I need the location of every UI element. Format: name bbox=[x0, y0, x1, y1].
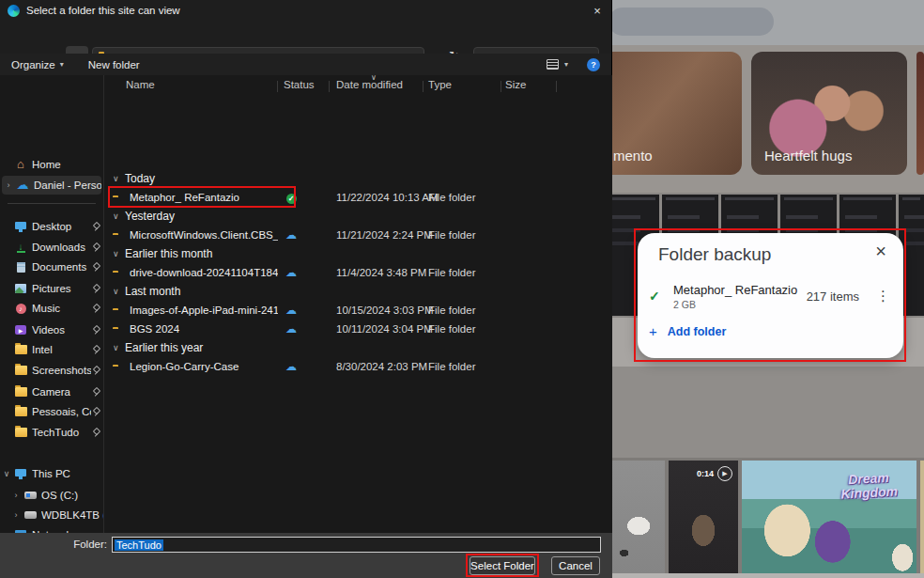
folder-name-input[interactable]: TechTudo bbox=[112, 537, 601, 553]
file-type: File folder bbox=[428, 361, 476, 372]
file-row-images-of-apple-ipad[interactable]: Images-of-Apple-iPad-mini-241015 ☁ 10/15… bbox=[103, 301, 612, 320]
sidebar-item-pessoais[interactable]: Pessoais, Conta: bbox=[0, 402, 103, 421]
folder-field-label: Folder: bbox=[73, 539, 107, 550]
group-label: Earlier this month bbox=[125, 247, 212, 260]
file-type: File folder bbox=[428, 192, 476, 203]
new-folder-button[interactable]: New folder bbox=[88, 59, 140, 70]
group-header-today[interactable]: ∨ Today bbox=[103, 169, 612, 188]
photos-page-bottom-strip bbox=[601, 573, 924, 578]
select-folder-dialog: Select a folder this site can view × ← →… bbox=[0, 0, 612, 578]
column-header-status[interactable]: Status bbox=[284, 79, 315, 90]
dialog-title: Select a folder this site can view bbox=[26, 5, 180, 16]
photo-thumbnail-game-art[interactable]: Dream Kingdom bbox=[742, 461, 916, 573]
file-date: 10/15/2024 3:03 PM bbox=[336, 305, 434, 316]
group-chevron-icon: ∨ bbox=[113, 343, 119, 352]
sidebar-item-label: Camera bbox=[32, 386, 91, 398]
pin-icon bbox=[91, 284, 100, 293]
column-header-name[interactable]: Name bbox=[126, 79, 155, 90]
help-icon[interactable]: ? bbox=[587, 58, 600, 71]
memory-card-heartfelt-hugs[interactable]: Heartfelt hugs bbox=[751, 52, 907, 175]
sidebar-item-downloads[interactable]: ↓ Downloads bbox=[0, 238, 103, 257]
expand-chevron-icon[interactable]: › bbox=[9, 510, 23, 520]
folder-icon bbox=[15, 387, 27, 397]
group-chevron-icon: ∨ bbox=[113, 174, 119, 183]
sidebar-item-music[interactable]: ♪ Music bbox=[0, 299, 103, 318]
organize-label: Organize bbox=[11, 59, 55, 70]
file-date: 11/21/2024 2:24 PM bbox=[336, 229, 433, 241]
sidebar-item-techtudo[interactable]: TechTudo bbox=[0, 423, 103, 442]
sidebar-item-desktop[interactable]: Desktop bbox=[0, 217, 103, 236]
sidebar-item-wdblk4tb-d[interactable]: › WDBLK4TB (D:) bbox=[0, 506, 103, 524]
cancel-button[interactable]: Cancel bbox=[551, 556, 600, 575]
expand-chevron-icon[interactable]: › bbox=[2, 180, 15, 190]
play-icon: ▶ bbox=[717, 466, 732, 481]
column-headers: Name Status Date modified ∨ Type Size bbox=[103, 77, 612, 93]
screen: mento Heartfelt hugs 0:14 ▶ Dream Kingdo… bbox=[0, 0, 924, 578]
annotation-box-file-row bbox=[108, 186, 296, 208]
photo-thumbnail-cat[interactable] bbox=[607, 461, 665, 573]
downloads-icon: ↓ bbox=[16, 242, 26, 253]
file-date: 8/30/2024 2:03 PM bbox=[336, 361, 427, 372]
sort-caret-icon: ∨ bbox=[371, 73, 377, 82]
list-view-icon[interactable] bbox=[547, 59, 559, 70]
memory-card-dog[interactable]: mento bbox=[592, 52, 742, 175]
sidebar-item-camera[interactable]: Camera bbox=[0, 383, 103, 401]
status-cloud-icon: ☁ bbox=[285, 360, 297, 373]
group-header-yesterday[interactable]: ∨ Yesterday bbox=[103, 207, 612, 226]
sidebar-item-intel[interactable]: Intel bbox=[0, 340, 103, 359]
pin-icon bbox=[91, 345, 100, 354]
file-row-bgs-2024[interactable]: BGS 2024 ☁ 10/11/2024 3:04 PM File folde… bbox=[103, 320, 612, 338]
close-icon[interactable]: × bbox=[583, 4, 611, 18]
onedrive-cloud-icon: ☁ bbox=[17, 180, 29, 190]
sidebar-item-videos[interactable]: ▶ Videos bbox=[0, 320, 103, 339]
dialog-main: ⌂ Home › ☁ Daniel - Personal Desktop ↓ D… bbox=[0, 75, 612, 533]
sidebar-item-pictures[interactable]: Pictures bbox=[0, 279, 103, 298]
memory-card-label: mento bbox=[613, 148, 653, 164]
sidebar-item-screenshots[interactable]: Screenshots bbox=[0, 361, 103, 380]
photos-search-pill bbox=[608, 8, 774, 36]
group-label: Earlier this year bbox=[125, 341, 203, 354]
column-header-type[interactable]: Type bbox=[428, 79, 452, 90]
pin-icon bbox=[91, 407, 100, 416]
group-header-earlier-this-year[interactable]: ∨ Earlier this year bbox=[103, 338, 612, 357]
file-row-microsoftwindows-client[interactable]: MicrosoftWindows.Client.CBS_cw5n1h2t... … bbox=[103, 226, 612, 244]
sidebar-item-this-pc[interactable]: ∨ This PC bbox=[0, 464, 103, 483]
sidebar-item-label: Screenshots bbox=[32, 365, 91, 376]
command-bar: Organize ▾ New folder ▾ ? bbox=[0, 54, 611, 75]
sidebar-item-daniel-personal[interactable]: › ☁ Daniel - Personal bbox=[2, 176, 101, 195]
video-thumbnail[interactable]: 0:14 ▶ bbox=[669, 461, 738, 573]
file-type: File folder bbox=[428, 267, 476, 278]
column-header-size[interactable]: Size bbox=[505, 79, 526, 90]
sidebar-divider bbox=[8, 203, 96, 204]
pin-icon bbox=[91, 242, 100, 252]
file-name: Legion-Go-Carry-Case bbox=[130, 361, 278, 372]
edge-browser-icon bbox=[8, 5, 20, 17]
pin-icon bbox=[91, 325, 100, 335]
expand-chevron-icon[interactable]: › bbox=[9, 491, 23, 500]
caret-down-icon[interactable]: ▾ bbox=[564, 60, 568, 69]
status-cloud-icon: ☁ bbox=[285, 304, 297, 317]
file-date: 11/4/2024 3:48 PM bbox=[336, 267, 426, 278]
desktop-icon bbox=[15, 222, 26, 232]
file-type: File folder bbox=[428, 323, 476, 335]
pin-icon bbox=[91, 428, 100, 437]
game-logo: Dream Kingdom bbox=[840, 470, 899, 501]
sidebar-item-label: Pictures bbox=[32, 283, 91, 294]
sidebar-item-label: TechTudo bbox=[32, 427, 91, 438]
sidebar-item-label: Desktop bbox=[32, 221, 91, 232]
sidebar-item-documents[interactable]: Documents bbox=[0, 258, 103, 276]
group-header-last-month[interactable]: ∨ Last month bbox=[103, 282, 612, 301]
sidebar-item-label: Documents bbox=[32, 261, 91, 273]
annotation-box-select-button bbox=[466, 554, 539, 577]
sidebar-item-os-c[interactable]: › OS (C:) bbox=[0, 486, 103, 505]
group-header-earlier-this-month[interactable]: ∨ Earlier this month bbox=[103, 244, 612, 263]
collapse-chevron-icon[interactable]: ∨ bbox=[0, 469, 13, 478]
organize-button[interactable]: Organize ▾ bbox=[11, 59, 64, 70]
file-row-drive-download[interactable]: drive-download-20241104T184809Z-001 ☁ 11… bbox=[103, 263, 612, 282]
annotation-box-backup-card bbox=[634, 228, 906, 362]
sidebar-item-home[interactable]: ⌂ Home bbox=[0, 155, 103, 174]
file-row-legion-go-carry-case[interactable]: Legion-Go-Carry-Case ☁ 8/30/2024 2:03 PM… bbox=[103, 357, 612, 376]
group-chevron-icon: ∨ bbox=[113, 287, 119, 296]
column-header-date[interactable]: Date modified bbox=[336, 79, 403, 90]
pin-icon bbox=[91, 222, 100, 231]
